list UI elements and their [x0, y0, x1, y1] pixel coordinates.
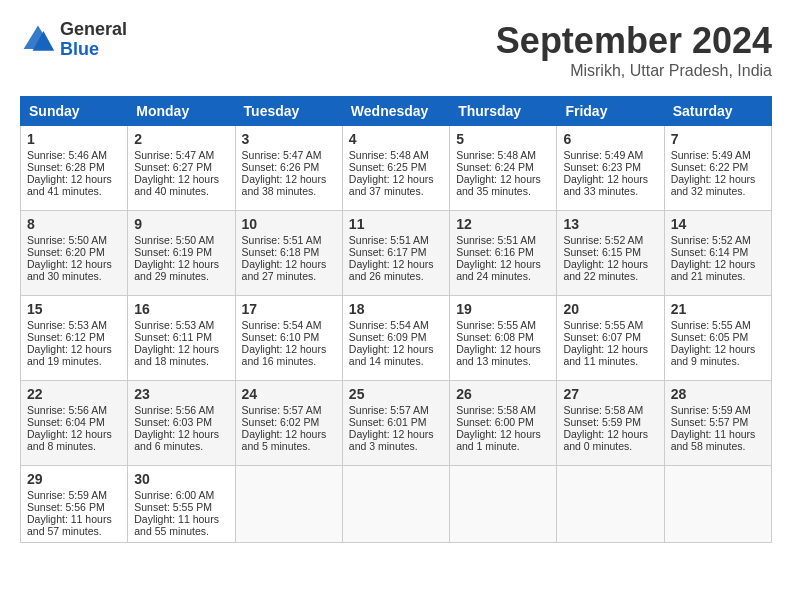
daylight: Daylight: 12 hours and 24 minutes. [456, 258, 541, 282]
daylight: Daylight: 12 hours and 18 minutes. [134, 343, 219, 367]
table-cell: 18Sunrise: 5:54 AMSunset: 6:09 PMDayligh… [342, 296, 449, 381]
sunrise: Sunrise: 5:48 AM [456, 149, 536, 161]
daylight: Daylight: 11 hours and 55 minutes. [134, 513, 219, 537]
sunset: Sunset: 6:27 PM [134, 161, 212, 173]
day-number: 13 [563, 216, 657, 232]
table-cell [557, 466, 664, 543]
day-number: 28 [671, 386, 765, 402]
table-cell: 6Sunrise: 5:49 AMSunset: 6:23 PMDaylight… [557, 126, 664, 211]
day-number: 29 [27, 471, 121, 487]
day-number: 25 [349, 386, 443, 402]
table-cell: 10Sunrise: 5:51 AMSunset: 6:18 PMDayligh… [235, 211, 342, 296]
table-cell: 30Sunrise: 6:00 AMSunset: 5:55 PMDayligh… [128, 466, 235, 543]
sunrise: Sunrise: 5:49 AM [671, 149, 751, 161]
table-cell: 3Sunrise: 5:47 AMSunset: 6:26 PMDaylight… [235, 126, 342, 211]
sunrise: Sunrise: 6:00 AM [134, 489, 214, 501]
day-number: 8 [27, 216, 121, 232]
sunrise: Sunrise: 5:51 AM [456, 234, 536, 246]
sunrise: Sunrise: 5:55 AM [671, 319, 751, 331]
day-number: 17 [242, 301, 336, 317]
daylight: Daylight: 11 hours and 58 minutes. [671, 428, 756, 452]
location-text: Misrikh, Uttar Pradesh, India [496, 62, 772, 80]
daylight: Daylight: 12 hours and 22 minutes. [563, 258, 648, 282]
sunrise: Sunrise: 5:53 AM [27, 319, 107, 331]
sunset: Sunset: 6:18 PM [242, 246, 320, 258]
sunrise: Sunrise: 5:50 AM [134, 234, 214, 246]
table-cell: 13Sunrise: 5:52 AMSunset: 6:15 PMDayligh… [557, 211, 664, 296]
table-cell: 22Sunrise: 5:56 AMSunset: 6:04 PMDayligh… [21, 381, 128, 466]
daylight: Daylight: 12 hours and 40 minutes. [134, 173, 219, 197]
sunrise: Sunrise: 5:53 AM [134, 319, 214, 331]
table-cell: 14Sunrise: 5:52 AMSunset: 6:14 PMDayligh… [664, 211, 771, 296]
table-cell: 12Sunrise: 5:51 AMSunset: 6:16 PMDayligh… [450, 211, 557, 296]
daylight: Daylight: 12 hours and 6 minutes. [134, 428, 219, 452]
sunset: Sunset: 6:20 PM [27, 246, 105, 258]
daylight: Daylight: 12 hours and 9 minutes. [671, 343, 756, 367]
table-cell: 11Sunrise: 5:51 AMSunset: 6:17 PMDayligh… [342, 211, 449, 296]
daylight: Daylight: 12 hours and 19 minutes. [27, 343, 112, 367]
sunrise: Sunrise: 5:47 AM [134, 149, 214, 161]
table-cell: 2Sunrise: 5:47 AMSunset: 6:27 PMDaylight… [128, 126, 235, 211]
sunrise: Sunrise: 5:48 AM [349, 149, 429, 161]
sunrise: Sunrise: 5:54 AM [349, 319, 429, 331]
day-number: 19 [456, 301, 550, 317]
col-sunday: Sunday [21, 97, 128, 126]
sunrise: Sunrise: 5:51 AM [242, 234, 322, 246]
sunrise: Sunrise: 5:57 AM [349, 404, 429, 416]
sunrise: Sunrise: 5:51 AM [349, 234, 429, 246]
table-cell: 24Sunrise: 5:57 AMSunset: 6:02 PMDayligh… [235, 381, 342, 466]
table-cell: 17Sunrise: 5:54 AMSunset: 6:10 PMDayligh… [235, 296, 342, 381]
daylight: Daylight: 12 hours and 11 minutes. [563, 343, 648, 367]
logo-icon [20, 22, 56, 58]
sunset: Sunset: 6:24 PM [456, 161, 534, 173]
day-number: 18 [349, 301, 443, 317]
sunrise: Sunrise: 5:49 AM [563, 149, 643, 161]
sunrise: Sunrise: 5:56 AM [134, 404, 214, 416]
table-cell: 7Sunrise: 5:49 AMSunset: 6:22 PMDaylight… [664, 126, 771, 211]
sunset: Sunset: 5:55 PM [134, 501, 212, 513]
sunrise: Sunrise: 5:55 AM [456, 319, 536, 331]
day-number: 30 [134, 471, 228, 487]
table-cell: 9Sunrise: 5:50 AMSunset: 6:19 PMDaylight… [128, 211, 235, 296]
sunset: Sunset: 6:05 PM [671, 331, 749, 343]
sunset: Sunset: 6:07 PM [563, 331, 641, 343]
col-monday: Monday [128, 97, 235, 126]
day-number: 9 [134, 216, 228, 232]
sunrise: Sunrise: 5:55 AM [563, 319, 643, 331]
sunrise: Sunrise: 5:58 AM [456, 404, 536, 416]
sunset: Sunset: 6:08 PM [456, 331, 534, 343]
sunrise: Sunrise: 5:50 AM [27, 234, 107, 246]
sunset: Sunset: 6:19 PM [134, 246, 212, 258]
table-cell: 15Sunrise: 5:53 AMSunset: 6:12 PMDayligh… [21, 296, 128, 381]
daylight: Daylight: 12 hours and 5 minutes. [242, 428, 327, 452]
sunset: Sunset: 6:25 PM [349, 161, 427, 173]
table-cell: 23Sunrise: 5:56 AMSunset: 6:03 PMDayligh… [128, 381, 235, 466]
sunset: Sunset: 6:10 PM [242, 331, 320, 343]
daylight: Daylight: 12 hours and 26 minutes. [349, 258, 434, 282]
sunset: Sunset: 6:26 PM [242, 161, 320, 173]
sunset: Sunset: 6:03 PM [134, 416, 212, 428]
sunrise: Sunrise: 5:57 AM [242, 404, 322, 416]
day-number: 3 [242, 131, 336, 147]
day-number: 23 [134, 386, 228, 402]
table-cell [664, 466, 771, 543]
sunrise: Sunrise: 5:46 AM [27, 149, 107, 161]
table-cell [450, 466, 557, 543]
daylight: Daylight: 12 hours and 0 minutes. [563, 428, 648, 452]
daylight: Daylight: 11 hours and 57 minutes. [27, 513, 112, 537]
sunrise: Sunrise: 5:56 AM [27, 404, 107, 416]
table-cell: 8Sunrise: 5:50 AMSunset: 6:20 PMDaylight… [21, 211, 128, 296]
daylight: Daylight: 12 hours and 21 minutes. [671, 258, 756, 282]
table-cell: 25Sunrise: 5:57 AMSunset: 6:01 PMDayligh… [342, 381, 449, 466]
daylight: Daylight: 12 hours and 38 minutes. [242, 173, 327, 197]
table-cell: 19Sunrise: 5:55 AMSunset: 6:08 PMDayligh… [450, 296, 557, 381]
sunset: Sunset: 6:14 PM [671, 246, 749, 258]
table-cell: 16Sunrise: 5:53 AMSunset: 6:11 PMDayligh… [128, 296, 235, 381]
table-cell: 21Sunrise: 5:55 AMSunset: 6:05 PMDayligh… [664, 296, 771, 381]
sunrise: Sunrise: 5:59 AM [27, 489, 107, 501]
col-saturday: Saturday [664, 97, 771, 126]
daylight: Daylight: 12 hours and 3 minutes. [349, 428, 434, 452]
logo-text: General Blue [60, 20, 127, 60]
table-cell: 1Sunrise: 5:46 AMSunset: 6:28 PMDaylight… [21, 126, 128, 211]
table-cell [235, 466, 342, 543]
